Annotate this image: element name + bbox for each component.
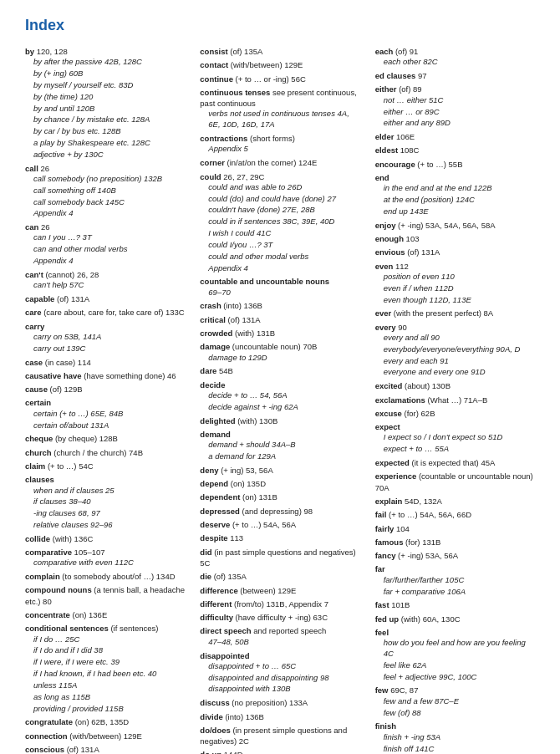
entry-main-word: contractions [200, 134, 247, 143]
sub-entry: by after the passive 42B, 128C [25, 57, 185, 68]
column-2: consist (of) 135Acontact (with/between) … [200, 46, 359, 754]
index-entry: finishfinish + -ing 53Afinish off 141C [375, 721, 535, 754]
sub-entry: far + comparative 106A [375, 587, 535, 598]
sub-entry: if I do and if I did 38 [25, 645, 185, 656]
entry-detail: (with) 130B [236, 416, 278, 425]
index-entry: damage (uncountable noun) 70Bdamage to 1… [200, 341, 359, 363]
sub-entry: a play by Shakespeare etc. 128C [25, 138, 185, 149]
entry-detail: 104 [394, 524, 410, 533]
entry-detail: (in case) 114 [43, 358, 91, 367]
entry-main-word: ed clauses [375, 71, 416, 80]
entry-detail: (into) 136B [223, 712, 264, 721]
index-entry: encourage (+ to …) 55B [375, 159, 535, 170]
index-entry: consist (of) 135A [200, 46, 359, 57]
entry-main-word: cause [25, 385, 48, 394]
entry-detail: (+ to … or -ing) 56C [233, 74, 306, 84]
entry-detail: 101B [389, 600, 410, 609]
entry-detail: (of) 131A [405, 247, 440, 257]
sub-entry: Appendix 4 [25, 208, 185, 219]
entry-detail: 144D [221, 750, 242, 754]
entry-main-word: compound nouns [25, 585, 92, 594]
entry-main-word: by [25, 47, 34, 56]
index-entry: care (care about, care for, take care of… [25, 307, 185, 318]
sub-entry: if I do … 25C [25, 634, 185, 645]
index-entry: continue (+ to … or -ing) 56C [200, 74, 359, 84]
index-entry: collide (with) 136C [25, 533, 185, 544]
entry-main-word: excited [375, 381, 403, 390]
entry-main-word: enjoy [375, 221, 396, 230]
entry-detail: (on) 131B [240, 492, 277, 502]
sub-entry: comparative with even 112C [25, 558, 185, 568]
entry-main-word: expected [375, 458, 410, 467]
index-entry: contractions (short forms)Appendix 5 [200, 133, 359, 155]
index-entry: did (in past simple questions and negati… [200, 547, 359, 569]
sub-entry: if I had known, if I had been etc. 40 [25, 669, 185, 680]
entry-detail: (church / the church) 74B [52, 448, 143, 457]
index-entry: every 90every and all 90everybody/everyo… [375, 322, 535, 379]
entry-main-word: critical [200, 315, 226, 324]
sub-entry: each other 82C [375, 57, 535, 68]
index-entry: famous (for) 131B [375, 537, 535, 548]
entry-main-word: fairly [375, 524, 395, 533]
entry-detail: (and depressing) 98 [240, 507, 313, 516]
entry-detail: and reported speech [252, 626, 327, 635]
entry-main-word: collide [25, 534, 50, 543]
entry-main-word: concentrate [25, 610, 70, 619]
index-entry: depressed (and depressing) 98 [200, 506, 359, 517]
entry-detail: (between) 129E [238, 586, 297, 595]
entry-detail: (+ to …) 55B [415, 160, 463, 169]
index-entry: enough 103 [375, 233, 535, 244]
index-entry: depend (on) 135D [200, 478, 359, 489]
index-entry: cause (of) 129B [25, 384, 185, 395]
page-wrapper: Index by 120, 128by after the passive 42… [25, 17, 535, 754]
index-entry: cheque (by cheque) 128B [25, 433, 185, 444]
sub-entry: by myself / yourself etc. 83D [25, 80, 185, 91]
entry-detail: (of) 91 [393, 47, 418, 56]
index-entry: direct speech and reported speech47–48, … [200, 625, 359, 647]
sub-entry: in the end and at the end 122B [375, 183, 535, 194]
entry-main-word: crowded [200, 329, 232, 338]
index-entry: can't (cannot) 26, 28can't help 57C [25, 269, 185, 291]
index-entry: dependent (on) 131B [200, 492, 359, 502]
index-entry: farfar/further/farther 105Cfar + compara… [375, 563, 535, 597]
index-entry: disappointeddisappointed + to … 65Cdisap… [200, 650, 359, 695]
entry-main-word: far [375, 564, 385, 573]
entry-main-word: complain [25, 572, 60, 581]
columns-container: by 120, 128by after the passive 42B, 128… [25, 46, 535, 754]
sub-entry: providing / provided 115B [25, 704, 185, 715]
sub-entry: few (of) 88 [375, 708, 535, 719]
index-entry: excuse (for) 62B [375, 408, 535, 419]
entry-main-word: either [375, 84, 397, 94]
sub-entry: by and until 120B [25, 104, 185, 115]
index-entry: do/does (in present simple questions and… [200, 725, 359, 747]
sub-entry: when and if clauses 25 [25, 486, 185, 497]
index-entry: endin the end and at the end 122Bat the … [375, 172, 535, 217]
entry-main-word: continue [200, 74, 233, 84]
sub-entry: by (the time) 120 [25, 92, 185, 103]
entry-main-word: discuss [200, 698, 229, 707]
entry-main-word: conscious [25, 745, 64, 754]
entry-detail: 113 [228, 533, 244, 543]
sub-entry: if clauses 38–40 [25, 497, 185, 507]
sub-entry: every and all 90 [375, 333, 535, 344]
sub-entry: could and was able to 26D [200, 182, 359, 193]
entry-main-word: causative have [25, 371, 82, 380]
entry-detail: (of) 131A [226, 315, 261, 324]
sub-entry: by car / by bus etc. 128B [25, 126, 185, 137]
index-entry: eldest 108C [375, 145, 535, 155]
sub-entry: can and other modal verbs [25, 244, 185, 255]
sub-entry: decide + to … 54, 56A [200, 390, 359, 401]
index-entry: deserve (+ to …) 54A, 56A [200, 519, 359, 530]
index-entry: enjoy (+ -ing) 53A, 54A, 56A, 58A [375, 220, 535, 231]
index-entry: demanddemand + should 34A–Ba demand for … [200, 429, 359, 462]
entry-main-word: fancy [375, 551, 396, 560]
sub-entry: everyone and every one 91D [375, 367, 535, 378]
entry-detail: (with/between) 129E [228, 60, 303, 69]
index-entry: continuous tenses see present continuous… [200, 87, 359, 130]
index-entry: discuss (no preposition) 133A [200, 697, 359, 708]
entry-detail: (have difficulty + -ing) 63C [233, 613, 328, 622]
entry-detail: (with) 131B [232, 329, 275, 338]
sub-entry: can I you …? 3T [25, 232, 185, 243]
entry-detail: 26 [38, 222, 49, 232]
entry-main-word: corner [200, 158, 225, 167]
